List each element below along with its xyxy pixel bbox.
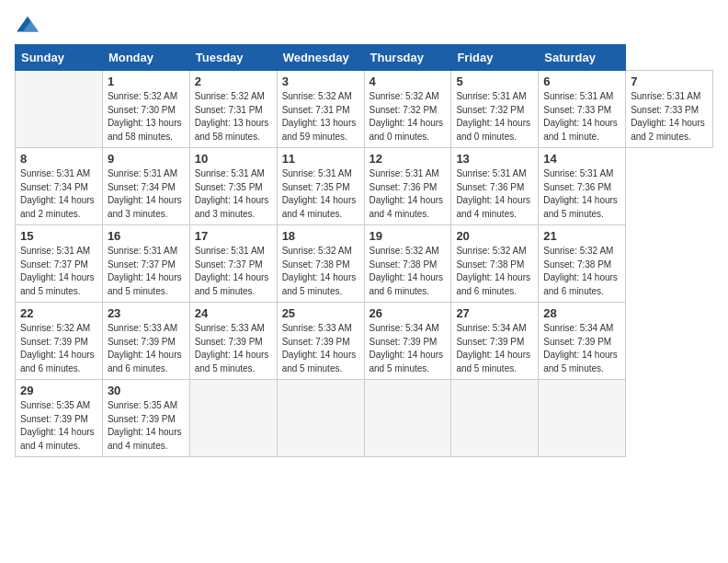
day-number: 20 [456, 229, 533, 243]
day-number: 16 [108, 229, 185, 243]
calendar-header-row: SundayMondayTuesdayWednesdayThursdayFrid… [16, 45, 713, 71]
calendar-cell: 4Sunrise: 5:32 AM Sunset: 7:32 PM Daylig… [364, 71, 451, 148]
calendar-cell: 21Sunrise: 5:32 AM Sunset: 7:38 PM Dayli… [539, 225, 626, 303]
calendar-cell: 30Sunrise: 5:35 AM Sunset: 7:39 PM Dayli… [102, 380, 189, 457]
calendar-cell: 11Sunrise: 5:31 AM Sunset: 7:35 PM Dayli… [277, 148, 364, 225]
day-number: 8 [20, 152, 97, 166]
day-info: Sunrise: 5:31 AM Sunset: 7:37 PM Dayligh… [195, 245, 272, 298]
calendar-header-monday: Monday [102, 45, 189, 71]
day-number: 10 [195, 152, 272, 166]
calendar-cell: 20Sunrise: 5:32 AM Sunset: 7:38 PM Dayli… [451, 225, 539, 303]
day-info: Sunrise: 5:31 AM Sunset: 7:36 PM Dayligh… [456, 167, 533, 221]
day-number: 19 [370, 229, 447, 243]
calendar-header-sunday: Sunday [16, 45, 103, 71]
day-info: Sunrise: 5:34 AM Sunset: 7:39 PM Dayligh… [543, 322, 620, 375]
day-info: Sunrise: 5:31 AM Sunset: 7:37 PM Dayligh… [20, 245, 97, 298]
calendar-cell: 27Sunrise: 5:34 AM Sunset: 7:39 PM Dayli… [451, 303, 539, 380]
day-number: 18 [282, 229, 359, 243]
day-number: 30 [108, 384, 185, 397]
calendar-cell: 23Sunrise: 5:33 AM Sunset: 7:39 PM Dayli… [102, 303, 189, 380]
logo-icon [15, 15, 40, 35]
calendar-cell [451, 380, 539, 457]
calendar-cell [277, 380, 364, 457]
calendar-cell: 6Sunrise: 5:31 AM Sunset: 7:33 PM Daylig… [539, 71, 626, 148]
day-info: Sunrise: 5:31 AM Sunset: 7:32 PM Dayligh… [456, 90, 533, 144]
day-number: 29 [20, 384, 97, 397]
calendar-cell: 17Sunrise: 5:31 AM Sunset: 7:37 PM Dayli… [189, 225, 277, 303]
day-number: 15 [20, 229, 97, 243]
calendar-cell: 26Sunrise: 5:34 AM Sunset: 7:39 PM Dayli… [364, 303, 451, 380]
calendar-cell: 10Sunrise: 5:31 AM Sunset: 7:35 PM Dayli… [189, 148, 277, 225]
calendar-cell: 13Sunrise: 5:31 AM Sunset: 7:36 PM Dayli… [451, 148, 539, 225]
day-info: Sunrise: 5:33 AM Sunset: 7:39 PM Dayligh… [195, 322, 272, 375]
calendar-week-5: 29Sunrise: 5:35 AM Sunset: 7:39 PM Dayli… [16, 380, 713, 457]
day-info: Sunrise: 5:32 AM Sunset: 7:31 PM Dayligh… [282, 90, 359, 144]
day-info: Sunrise: 5:31 AM Sunset: 7:34 PM Dayligh… [108, 167, 185, 221]
calendar-cell: 3Sunrise: 5:32 AM Sunset: 7:31 PM Daylig… [277, 71, 364, 148]
day-info: Sunrise: 5:31 AM Sunset: 7:36 PM Dayligh… [370, 167, 447, 221]
day-info: Sunrise: 5:31 AM Sunset: 7:35 PM Dayligh… [195, 167, 272, 221]
logo [15, 15, 44, 35]
day-info: Sunrise: 5:31 AM Sunset: 7:33 PM Dayligh… [631, 90, 708, 144]
calendar-cell: 16Sunrise: 5:31 AM Sunset: 7:37 PM Dayli… [102, 225, 189, 303]
day-number: 27 [456, 306, 533, 320]
day-info: Sunrise: 5:31 AM Sunset: 7:37 PM Dayligh… [108, 245, 185, 298]
day-number: 22 [20, 306, 97, 320]
day-number: 28 [543, 306, 620, 320]
day-number: 11 [282, 152, 359, 166]
day-info: Sunrise: 5:33 AM Sunset: 7:39 PM Dayligh… [108, 322, 185, 375]
day-number: 4 [370, 75, 447, 88]
day-number: 6 [543, 75, 620, 88]
calendar-header-wednesday: Wednesday [277, 45, 364, 71]
day-number: 12 [370, 152, 447, 166]
day-info: Sunrise: 5:34 AM Sunset: 7:39 PM Dayligh… [456, 322, 533, 375]
calendar-cell: 15Sunrise: 5:31 AM Sunset: 7:37 PM Dayli… [16, 225, 103, 303]
day-info: Sunrise: 5:32 AM Sunset: 7:38 PM Dayligh… [370, 245, 447, 298]
calendar-cell [189, 380, 277, 457]
calendar-cell: 28Sunrise: 5:34 AM Sunset: 7:39 PM Dayli… [539, 303, 626, 380]
calendar-week-1: 1Sunrise: 5:32 AM Sunset: 7:30 PM Daylig… [16, 71, 713, 148]
day-number: 26 [370, 306, 447, 320]
day-info: Sunrise: 5:32 AM Sunset: 7:38 PM Dayligh… [543, 245, 620, 298]
calendar-cell: 24Sunrise: 5:33 AM Sunset: 7:39 PM Dayli… [189, 303, 277, 380]
day-info: Sunrise: 5:32 AM Sunset: 7:31 PM Dayligh… [195, 90, 272, 144]
calendar-cell: 22Sunrise: 5:32 AM Sunset: 7:39 PM Dayli… [16, 303, 103, 380]
calendar-cell: 12Sunrise: 5:31 AM Sunset: 7:36 PM Dayli… [364, 148, 451, 225]
calendar-week-4: 22Sunrise: 5:32 AM Sunset: 7:39 PM Dayli… [16, 303, 713, 380]
day-number: 23 [108, 306, 185, 320]
calendar-header-saturday: Saturday [539, 45, 626, 71]
calendar-cell [364, 380, 451, 457]
calendar-week-2: 8Sunrise: 5:31 AM Sunset: 7:34 PM Daylig… [16, 148, 713, 225]
day-number: 21 [543, 229, 620, 243]
calendar-cell: 29Sunrise: 5:35 AM Sunset: 7:39 PM Dayli… [16, 380, 103, 457]
day-number: 24 [195, 306, 272, 320]
calendar-header-thursday: Thursday [364, 45, 451, 71]
calendar-cell: 1Sunrise: 5:32 AM Sunset: 7:30 PM Daylig… [102, 71, 189, 148]
day-info: Sunrise: 5:31 AM Sunset: 7:33 PM Dayligh… [543, 90, 620, 144]
calendar-cell [16, 71, 103, 148]
day-number: 3 [282, 75, 359, 88]
day-number: 7 [631, 75, 708, 88]
calendar-header-friday: Friday [451, 45, 539, 71]
day-number: 9 [108, 152, 185, 166]
day-number: 25 [282, 306, 359, 320]
day-info: Sunrise: 5:31 AM Sunset: 7:36 PM Dayligh… [543, 167, 620, 221]
day-info: Sunrise: 5:32 AM Sunset: 7:39 PM Dayligh… [20, 322, 97, 375]
calendar-cell: 14Sunrise: 5:31 AM Sunset: 7:36 PM Dayli… [539, 148, 626, 225]
calendar-table: SundayMondayTuesdayWednesdayThursdayFrid… [15, 44, 713, 457]
calendar-cell: 2Sunrise: 5:32 AM Sunset: 7:31 PM Daylig… [189, 71, 277, 148]
day-number: 17 [195, 229, 272, 243]
calendar-header-tuesday: Tuesday [189, 45, 277, 71]
day-info: Sunrise: 5:35 AM Sunset: 7:39 PM Dayligh… [108, 399, 185, 453]
day-info: Sunrise: 5:31 AM Sunset: 7:35 PM Dayligh… [282, 167, 359, 221]
day-number: 2 [195, 75, 272, 88]
calendar-week-3: 15Sunrise: 5:31 AM Sunset: 7:37 PM Dayli… [16, 225, 713, 303]
calendar-cell: 25Sunrise: 5:33 AM Sunset: 7:39 PM Dayli… [277, 303, 364, 380]
day-info: Sunrise: 5:33 AM Sunset: 7:39 PM Dayligh… [282, 322, 359, 375]
day-number: 5 [456, 75, 533, 88]
day-info: Sunrise: 5:31 AM Sunset: 7:34 PM Dayligh… [20, 167, 97, 221]
day-info: Sunrise: 5:32 AM Sunset: 7:38 PM Dayligh… [282, 245, 359, 298]
day-number: 1 [108, 75, 185, 88]
calendar-cell: 9Sunrise: 5:31 AM Sunset: 7:34 PM Daylig… [102, 148, 189, 225]
header [15, 15, 713, 35]
